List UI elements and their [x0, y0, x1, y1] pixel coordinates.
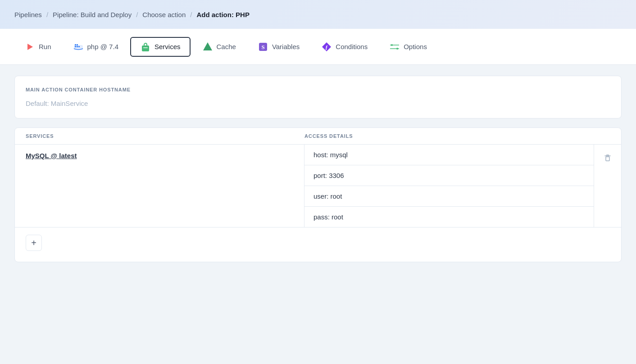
delete-button[interactable]	[600, 152, 615, 166]
access-detail-host: host: mysql	[304, 145, 594, 165]
svg-marker-0	[27, 44, 33, 50]
services-col-header: SERVICES	[26, 133, 304, 139]
breadcrumb-sep-3: /	[190, 11, 192, 18]
access-details-col: host: mysql port: 3306 user: root pass: …	[304, 145, 594, 227]
main-content: MAIN ACTION CONTAINER HOSTNAME Default: …	[0, 65, 636, 273]
svg-rect-18	[606, 157, 609, 161]
breadcrumb-pipelines[interactable]: Pipelines	[14, 11, 42, 18]
services-card: SERVICES ACCESS DETAILS MySQL @ latest h…	[14, 127, 622, 262]
tab-php-label: php @ 7.4	[87, 43, 118, 50]
add-icon: +	[31, 238, 36, 248]
breadcrumb-current: Add action: PHP	[196, 11, 250, 18]
svg-rect-8	[143, 47, 148, 48]
tab-options-label: Options	[404, 43, 427, 50]
variables-icon: S	[258, 41, 268, 52]
conditions-icon: ƒ	[321, 41, 332, 52]
hostname-label: MAIN ACTION CONTAINER HOSTNAME	[26, 87, 610, 92]
svg-rect-2	[75, 46, 76, 47]
tab-services-label: Services	[154, 43, 181, 50]
svg-rect-4	[78, 46, 80, 47]
table-row: MySQL @ latest host: mysql port: 3306 us…	[15, 145, 621, 228]
run-icon	[24, 41, 35, 52]
services-table-header: SERVICES ACCESS DETAILS	[15, 128, 621, 145]
cache-icon	[202, 41, 213, 52]
tabs-bar: Run php @ 7.4 Se	[0, 29, 636, 65]
tab-run-label: Run	[39, 43, 51, 50]
service-name-cell: MySQL @ latest	[15, 145, 304, 227]
options-icon	[389, 41, 400, 52]
svg-marker-9	[203, 42, 212, 50]
tab-variables-label: Variables	[272, 43, 300, 50]
access-col-header: ACCESS DETAILS	[304, 133, 583, 139]
breadcrumb-sep-2: /	[136, 11, 138, 18]
breadcrumb-sep-1: /	[46, 11, 48, 18]
tab-variables[interactable]: S Variables	[248, 37, 309, 57]
svg-rect-5	[75, 44, 76, 46]
svg-text:S: S	[261, 44, 264, 50]
tab-conditions[interactable]: ƒ Conditions	[311, 37, 377, 57]
access-detail-port: port: 3306	[304, 165, 594, 186]
tab-php[interactable]: php @ 7.4	[63, 37, 128, 57]
access-detail-user: user: root	[304, 186, 594, 207]
delete-cell	[594, 145, 621, 227]
svg-rect-3	[77, 46, 78, 47]
tab-services[interactable]: Services	[130, 37, 191, 57]
breadcrumb-bar: Pipelines / Pipeline: Build and Deploy /…	[0, 0, 636, 29]
services-icon	[140, 41, 151, 52]
php-icon	[73, 41, 84, 52]
tab-run[interactable]: Run	[14, 37, 61, 57]
hostname-card: MAIN ACTION CONTAINER HOSTNAME Default: …	[14, 76, 622, 118]
add-service-button[interactable]: +	[26, 235, 42, 251]
access-detail-pass: pass: root	[304, 207, 594, 227]
tab-cache-label: Cache	[217, 43, 236, 50]
tab-options[interactable]: Options	[379, 37, 437, 57]
tab-conditions-label: Conditions	[336, 43, 368, 50]
service-name-mysql[interactable]: MySQL @ latest	[26, 152, 77, 159]
hostname-value: Default: MainService	[26, 100, 610, 107]
svg-rect-7	[142, 46, 149, 51]
breadcrumb-choose-action[interactable]: Choose action	[142, 11, 186, 18]
svg-rect-6	[77, 44, 78, 46]
tab-cache[interactable]: Cache	[192, 37, 246, 57]
breadcrumb-pipeline[interactable]: Pipeline: Build and Deploy	[53, 11, 132, 18]
trash-icon	[604, 154, 612, 162]
svg-text:ƒ: ƒ	[325, 44, 328, 50]
